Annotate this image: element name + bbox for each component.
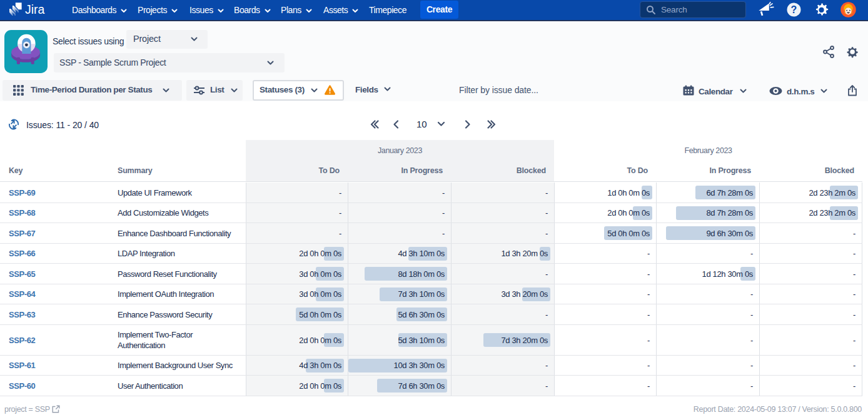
- svg-text:?: ?: [791, 4, 797, 15]
- svg-text:10: 10: [416, 119, 427, 129]
